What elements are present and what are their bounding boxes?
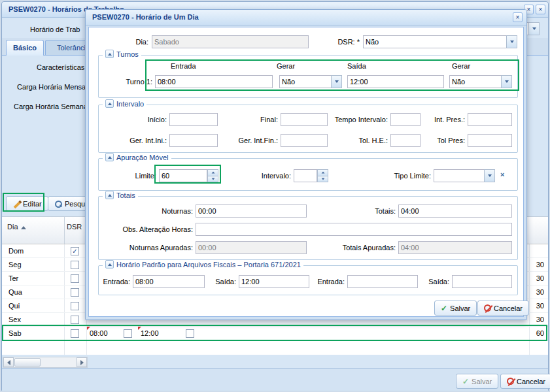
fiscal-entrada2-field[interactable] [347, 275, 418, 288]
dsr-checkbox[interactable]: ✓ [71, 247, 79, 255]
tol-pres-field[interactable] [468, 134, 512, 147]
inicio-label: Início: [101, 113, 167, 126]
dialog-salvar-label: Salvar [450, 304, 470, 312]
spinner-down-icon[interactable] [207, 176, 218, 183]
dsr-checkbox[interactable] [71, 302, 79, 310]
day-cell: Qua [9, 286, 22, 299]
tempo-intervalo-field[interactable] [390, 113, 421, 126]
fiscal-saida1-label: Saída: [210, 275, 236, 288]
collapse-icon[interactable] [105, 50, 114, 58]
turno1-label: Turno 1: [103, 75, 152, 88]
scroll-left-icon[interactable] [3, 357, 14, 367]
header-divider [64, 217, 65, 244]
tab-basico[interactable]: Básico [6, 40, 44, 56]
int-pres-field[interactable] [468, 113, 512, 126]
fieldset-apuracao-title: Apuração Móvel [116, 154, 169, 161]
collapse-icon[interactable] [105, 153, 114, 161]
sort-asc-icon [21, 226, 26, 229]
totais-label: Totais: [338, 204, 396, 218]
label-caracteristicas: Características [37, 61, 84, 74]
collapse-icon[interactable] [105, 260, 114, 269]
salvar-button[interactable]: ✓ Salvar [456, 374, 498, 389]
toolbar-field-label: Horário de Trab [30, 23, 80, 36]
turno1-entrada-field[interactable] [155, 75, 273, 88]
ger-int-fin-field[interactable] [281, 134, 328, 147]
gerar-checkbox[interactable] [124, 329, 132, 338]
intervalo-spinner[interactable] [317, 169, 328, 182]
fiscal-saida2-field[interactable] [452, 275, 512, 288]
noturnas-field[interactable] [196, 204, 307, 218]
obs-alteracao-field[interactable] [196, 223, 512, 236]
dialog-body: Dia: DSR: * Turnos Entrada Gerar Saída G… [88, 27, 524, 317]
dialog-cancelar-button[interactable]: Cancelar [477, 301, 529, 316]
cancelar-button[interactable]: Cancelar [500, 374, 550, 389]
spinner-up-icon[interactable] [207, 169, 218, 176]
intervalo-movel-label: Intervalo: [245, 169, 291, 182]
dsr-checkbox[interactable] [71, 274, 79, 283]
day-cell: Sex [9, 313, 21, 327]
limite-cell: 30 [536, 299, 544, 313]
intervalo-movel-field[interactable] [294, 169, 317, 182]
chevron-down-icon[interactable] [501, 75, 512, 88]
dsr-checkbox[interactable] [71, 316, 79, 324]
spinner-down-icon[interactable] [317, 176, 328, 183]
bottom-bar: ✓ Salvar Cancelar [2, 368, 548, 391]
tol-pres-label: Tol Pres: [428, 134, 465, 147]
dialog-titlebar: PSEW0270 - Horário de Um Dia × [86, 10, 526, 25]
tempo-intervalo-label: Tempo Intervalo: [334, 110, 388, 129]
cancelar-button-label: Cancelar [517, 378, 545, 385]
gerar-checkbox[interactable] [186, 329, 194, 338]
salvar-button-label: Salvar [472, 378, 492, 385]
ger-int-ini-field[interactable] [169, 134, 218, 147]
tipo-limite-input[interactable] [434, 169, 484, 182]
turno1-gerar1-input[interactable] [279, 75, 331, 88]
limite-spinner[interactable] [207, 169, 218, 182]
scrollbar-thumb[interactable] [14, 358, 41, 367]
chevron-down-icon[interactable] [528, 22, 540, 35]
limite-cell: 30 [536, 286, 544, 299]
dialog-close-icon[interactable]: × [513, 12, 523, 22]
dialog-horario-um-dia: PSEW0270 - Horário de Um Dia × Dia: DSR:… [85, 9, 527, 320]
collapse-icon[interactable] [105, 99, 114, 108]
ger-int-fin-label: Ger. Int.Fin.: [227, 134, 278, 147]
column-header-dia-label: Dia [7, 223, 18, 231]
turno1-gerar1-combo[interactable] [279, 75, 342, 88]
limite-cell: 30 [536, 313, 544, 327]
final-field[interactable] [281, 113, 328, 126]
ger-int-ini-label: Ger. Int.Ini.: [101, 134, 167, 147]
turno1-gerar2-combo[interactable] [449, 75, 512, 88]
tipo-limite-combo[interactable] [434, 169, 495, 182]
fiscal-saida1-field[interactable] [239, 275, 309, 288]
dsr-checkbox[interactable] [71, 329, 79, 338]
turno1-gerar2-input[interactable] [449, 75, 501, 88]
horizontal-scrollbar[interactable] [3, 357, 88, 368]
table-row-sab[interactable]: Sab 08:00 12:00 60 [2, 327, 548, 340]
chevron-down-icon[interactable] [506, 35, 517, 48]
scroll-right-icon[interactable] [77, 357, 87, 367]
editar-button[interactable]: Editar [6, 196, 48, 211]
fiscal-entrada1-field[interactable] [133, 275, 205, 288]
spinner-up-icon[interactable] [317, 169, 328, 176]
day-cell: Sab [9, 327, 22, 340]
inicio-field[interactable] [169, 113, 218, 126]
dialog-salvar-button[interactable]: ✓ Salvar [434, 301, 477, 316]
fieldset-turnos: Turnos Entrada Gerar Saída Gerar Turno 1… [98, 55, 518, 98]
collapse-icon[interactable] [105, 191, 114, 199]
column-header-dsr[interactable]: DSR [67, 220, 82, 234]
turno1-saida-field[interactable] [347, 75, 444, 88]
fieldset-horario-fiscal: Horário Padrão para Arquivos Fiscais – P… [98, 265, 518, 295]
limite-cell: 30 [536, 258, 544, 272]
limite-field[interactable] [159, 169, 207, 182]
column-header-dia[interactable]: Dia [7, 220, 26, 234]
dsr-checkbox[interactable] [71, 261, 79, 269]
dsr-checkbox[interactable] [71, 288, 79, 297]
totais-field[interactable] [398, 204, 512, 218]
clear-field-icon[interactable]: × [500, 171, 504, 178]
app-close-icon[interactable]: × [536, 5, 545, 14]
dsr-combo-input[interactable] [363, 35, 506, 48]
chevron-down-icon[interactable] [331, 75, 342, 88]
chevron-down-icon[interactable] [484, 169, 495, 182]
tol-he-field[interactable] [390, 134, 421, 147]
dsr-combo[interactable] [363, 35, 517, 48]
fieldset-apuracao-movel: Apuração Móvel Limite: Intervalo: Tipo L… [98, 158, 518, 191]
